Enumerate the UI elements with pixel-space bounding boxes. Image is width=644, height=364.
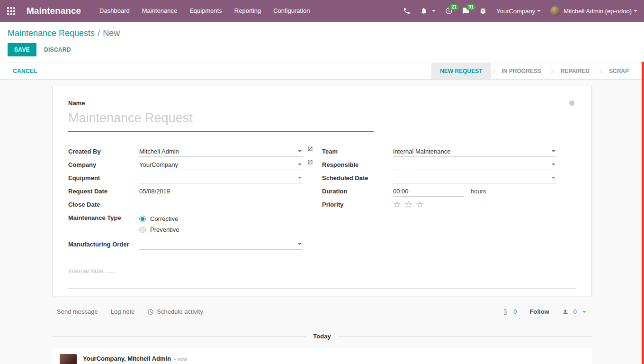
company-label: Company <box>68 159 139 168</box>
menu-maintenance[interactable]: Maintenance <box>136 0 183 22</box>
created-by-input[interactable] <box>139 146 295 156</box>
phone-icon[interactable] <box>403 7 411 15</box>
responsible-label: Responsible <box>322 159 393 168</box>
menu-reporting[interactable]: Reporting <box>228 0 267 22</box>
note-divider <box>68 288 576 289</box>
created-by-field[interactable] <box>139 146 303 157</box>
activities-menu[interactable]: 21 <box>445 7 453 15</box>
chevron-down-icon[interactable] <box>298 164 302 165</box>
attachment-count: 0 <box>513 308 517 315</box>
apps-grid-icon[interactable] <box>0 0 22 22</box>
menu-equipments[interactable]: Equipments <box>183 0 228 22</box>
app-title[interactable]: Maintenance <box>22 6 93 16</box>
radio-checked-icon[interactable] <box>139 216 146 222</box>
star-icon[interactable]: ☆ <box>416 200 424 209</box>
equipment-field[interactable] <box>139 173 303 183</box>
internal-note-section: Internal Note ...... <box>68 267 576 289</box>
messages-menu[interactable]: 91 <box>462 7 470 15</box>
responsible-field[interactable] <box>393 159 556 170</box>
user-menu[interactable]: Mitchell Admin (ep-odoo) <box>550 6 637 16</box>
form-view: Name Created By Company <box>0 80 644 364</box>
duration-field[interactable] <box>393 186 464 197</box>
chevron-down-icon[interactable] <box>298 177 302 179</box>
breadcrumb-parent-link[interactable]: Maintenance Requests <box>8 28 95 38</box>
message-author[interactable]: YourCompany, Mitchell Admin <box>83 354 171 362</box>
discard-button[interactable]: DISCARD <box>44 46 71 53</box>
chevron-down-icon <box>537 10 541 12</box>
scheduled-date-field[interactable] <box>393 173 556 183</box>
team-input[interactable] <box>393 146 549 156</box>
name-input[interactable] <box>68 107 374 132</box>
company-input[interactable] <box>139 159 295 170</box>
scrollbar[interactable] <box>642 62 644 364</box>
star-icon[interactable]: ☆ <box>393 200 401 209</box>
radio-unchecked-icon[interactable] <box>139 227 146 233</box>
menu-configuration[interactable]: Configuration <box>267 0 316 22</box>
notifications-bell-menu[interactable] <box>420 7 436 15</box>
chevron-down-icon[interactable] <box>552 150 555 152</box>
menu-dashboard[interactable]: Dashboard <box>93 0 136 22</box>
avatar <box>550 6 560 16</box>
responsible-input[interactable] <box>393 159 549 170</box>
chevron-down-icon[interactable] <box>298 150 302 152</box>
message-avatar[interactable] <box>60 354 77 364</box>
company-switcher[interactable]: YourCompany <box>496 8 541 15</box>
today-label: Today <box>306 333 338 340</box>
schedule-activity-button[interactable]: Schedule activity <box>147 308 203 315</box>
save-button[interactable]: SAVE <box>8 43 36 56</box>
stage-scrap[interactable]: SCRAP <box>600 63 637 79</box>
paperclip-icon <box>502 309 509 315</box>
scheduled-date-input[interactable] <box>393 173 549 183</box>
internal-note-input[interactable]: Internal Note ...... <box>68 267 576 274</box>
chevron-down-icon[interactable] <box>552 177 555 179</box>
activity-state-dot[interactable] <box>569 100 574 106</box>
stage-in-progress[interactable]: IN PROGRESS <box>493 63 550 79</box>
breadcrumb-current: New <box>103 28 120 38</box>
request-date-label: Request Date <box>68 186 139 195</box>
stage-new-request[interactable]: NEW REQUEST <box>431 63 491 79</box>
cancel-button[interactable]: CANCEL <box>13 68 37 74</box>
equipment-label: Equipment <box>68 173 139 182</box>
manufacturing-order-field[interactable] <box>139 239 303 250</box>
bell-icon <box>420 7 428 15</box>
clock-icon <box>147 309 154 315</box>
form-left-column: Created By Company <box>68 146 322 252</box>
team-field[interactable] <box>393 146 556 157</box>
followers-button[interactable]: 0 <box>562 308 586 315</box>
star-icon[interactable]: ☆ <box>404 200 412 209</box>
radio-corrective[interactable]: Corrective <box>139 213 179 224</box>
chevron-down-icon[interactable] <box>298 243 302 245</box>
radio-preventive[interactable]: Preventive <box>139 224 179 235</box>
chatter: Send message Log note Schedule activity … <box>52 308 592 364</box>
company-field[interactable] <box>139 159 303 170</box>
follow-button[interactable]: Follow <box>530 308 549 315</box>
control-panel: Maintenance Requests/New SAVE DISCARD <box>0 22 644 63</box>
message-time: - now <box>174 356 187 362</box>
request-date-field[interactable]: 05/08/2019 <box>139 186 303 196</box>
stage-repaired[interactable]: REPAIRED <box>552 63 598 79</box>
manufacturing-order-input[interactable] <box>139 239 295 249</box>
company-name: YourCompany <box>496 8 535 15</box>
equipment-input[interactable] <box>139 173 295 183</box>
chevron-down-icon[interactable] <box>582 311 586 313</box>
external-link-icon[interactable] <box>307 159 313 165</box>
debug-bug-icon[interactable] <box>479 7 487 15</box>
log-note-button[interactable]: Log note <box>111 308 135 315</box>
chevron-down-icon[interactable] <box>552 164 555 165</box>
team-label: Team <box>322 146 393 155</box>
person-icon <box>562 309 569 315</box>
maintenance-type-field: Corrective Preventive <box>139 212 179 235</box>
apps-grid-glyph <box>7 7 15 15</box>
radio-corrective-label: Corrective <box>150 215 178 222</box>
send-message-button[interactable]: Send message <box>57 308 98 315</box>
chatter-message: YourCompany, Mitchell Admin- now <box>52 348 592 364</box>
attachments-button[interactable]: 0 <box>502 308 517 315</box>
priority-field: ☆ ☆ ☆ <box>393 199 424 209</box>
duration-input[interactable] <box>393 186 464 196</box>
created-by-label: Created By <box>68 146 139 155</box>
user-name: Mitchell Admin (ep-odoo) <box>564 8 632 15</box>
follower-count: 0 <box>573 308 577 315</box>
breadcrumb: Maintenance Requests/New <box>8 27 636 39</box>
name-field-label: Name <box>68 100 576 107</box>
external-link-icon[interactable] <box>307 146 313 152</box>
